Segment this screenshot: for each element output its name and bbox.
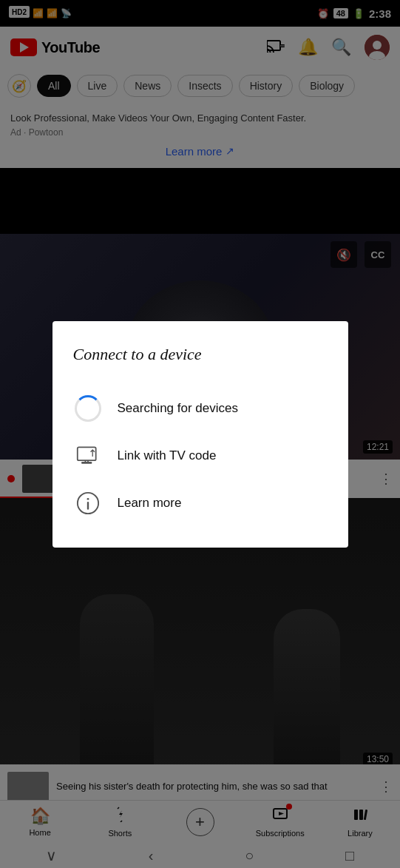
connect-device-modal: Connect to a device Searching for device… (52, 321, 348, 548)
svg-rect-13 (77, 447, 95, 460)
tv-icon (73, 441, 103, 471)
svg-point-18 (87, 497, 89, 499)
searching-label: Searching for devices (118, 401, 238, 416)
tv-code-label: Link with TV code (118, 448, 217, 463)
modal-item-learn-more[interactable]: Learn more (73, 480, 328, 527)
modal-overlay[interactable]: Connect to a device Searching for device… (0, 0, 400, 868)
svg-rect-14 (81, 462, 92, 464)
modal-title: Connect to a device (73, 345, 328, 364)
info-icon (73, 488, 103, 518)
modal-item-tv-code[interactable]: Link with TV code (73, 432, 328, 480)
spinner-icon (73, 394, 103, 423)
modal-item-searching[interactable]: Searching for devices (73, 385, 328, 432)
learn-more-label: Learn more (118, 496, 182, 511)
